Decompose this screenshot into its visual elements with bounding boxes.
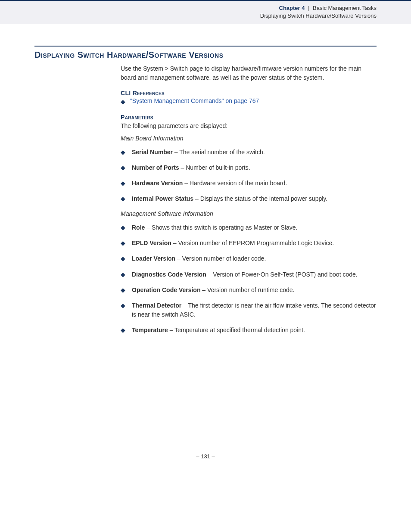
param-term: Loader Version — [132, 255, 175, 262]
param-desc: – Shows that this switch is operating as… — [145, 224, 297, 231]
diamond-bullet-icon: ◆ — [121, 254, 132, 263]
param-term: Serial Number — [132, 149, 173, 156]
list-item: ◆ Loader Version – Version number of loa… — [121, 254, 377, 263]
separator: | — [308, 5, 309, 11]
list-item: ◆ Serial Number – The serial number of t… — [121, 148, 377, 156]
list-item: ◆ Internal Power Status – Displays the s… — [121, 194, 377, 203]
param-term: Diagnostics Code Version — [132, 271, 206, 278]
group-title-management-software: Management Software Information — [121, 210, 377, 217]
param-desc: – Version number of EEPROM Programmable … — [171, 240, 334, 246]
diamond-bullet-icon: ◆ — [121, 239, 132, 247]
parameters-heading: Parameters — [121, 114, 377, 121]
cli-link-line: ◆ "System Management Commands" on page 7… — [121, 97, 377, 106]
param-term: Internal Power Status — [132, 195, 193, 202]
diamond-bullet-icon: ◆ — [121, 179, 132, 187]
diamond-bullet-icon: ◆ — [121, 194, 132, 203]
diamond-bullet-icon: ◆ — [121, 286, 132, 294]
list-item: ◆ Operation Code Version – Version numbe… — [121, 286, 377, 294]
param-term: Thermal Detector — [132, 302, 181, 309]
param-desc: – Number of built-in ports. — [179, 164, 250, 171]
group-title-main-board: Main Board Information — [121, 135, 377, 142]
list-item: ◆ Hardware Version – Hardware version of… — [121, 179, 377, 187]
param-desc: – Temperature at specified thermal detec… — [168, 327, 305, 333]
param-desc: – Version number of loader code. — [175, 255, 266, 262]
list-item: ◆ Role – Shows that this switch is opera… — [121, 223, 377, 232]
param-term: Temperature — [132, 327, 168, 333]
cli-reference-link[interactable]: "System Management Commands" on page 767 — [130, 97, 259, 104]
param-term: Number of Ports — [132, 164, 179, 171]
intro-paragraph: Use the System > Switch page to display … — [121, 64, 377, 82]
diamond-bullet-icon: ◆ — [121, 326, 132, 334]
parameters-intro: The following parameters are displayed: — [121, 121, 377, 130]
param-desc: – Version of Power-On Self-Test (POST) a… — [206, 271, 358, 278]
list-item: ◆ Diagnostics Code Version – Version of … — [121, 270, 377, 279]
cli-references-heading: CLI References — [121, 90, 377, 96]
param-term: EPLD Version — [132, 240, 171, 246]
diamond-bullet-icon: ◆ — [121, 97, 128, 106]
param-desc: – Displays the status of the internal po… — [193, 195, 327, 202]
param-term: Hardware Version — [132, 180, 183, 187]
param-term: Role — [132, 224, 145, 231]
page-content: Displaying Switch Hardware/Software Vers… — [0, 24, 411, 358]
section-rule — [34, 46, 377, 47]
section-title: Displaying Switch Hardware/Software Vers… — [34, 50, 377, 60]
list-item: ◆ Temperature – Temperature at specified… — [121, 326, 377, 334]
param-desc: – Hardware version of the main board. — [183, 180, 287, 187]
list-item: ◆ Thermal Detector – The first detector … — [121, 301, 377, 319]
param-list-main-board: ◆ Serial Number – The serial number of t… — [121, 148, 377, 203]
diamond-bullet-icon: ◆ — [121, 223, 132, 232]
chapter-title: Basic Management Tasks — [313, 5, 377, 11]
list-item: ◆ Number of Ports – Number of built-in p… — [121, 163, 377, 172]
page-header: Chapter 4 | Basic Management Tasks Displ… — [0, 0, 411, 24]
header-subtitle: Displaying Switch Hardware/Software Vers… — [0, 12, 377, 20]
diamond-bullet-icon: ◆ — [121, 163, 132, 172]
param-desc: – Version number of runtime code. — [200, 286, 294, 293]
param-desc: – The serial number of the switch. — [173, 149, 265, 156]
diamond-bullet-icon: ◆ — [121, 148, 132, 156]
chapter-label: Chapter 4 — [279, 5, 305, 11]
list-item: ◆ EPLD Version – Version number of EEPRO… — [121, 239, 377, 247]
diamond-bullet-icon: ◆ — [121, 301, 132, 310]
param-list-management-software: ◆ Role – Shows that this switch is opera… — [121, 223, 377, 334]
param-term: Operation Code Version — [132, 286, 200, 293]
body-column: Use the System > Switch page to display … — [121, 64, 377, 334]
page-number: – 131 – — [0, 453, 411, 473]
diamond-bullet-icon: ◆ — [121, 270, 132, 279]
